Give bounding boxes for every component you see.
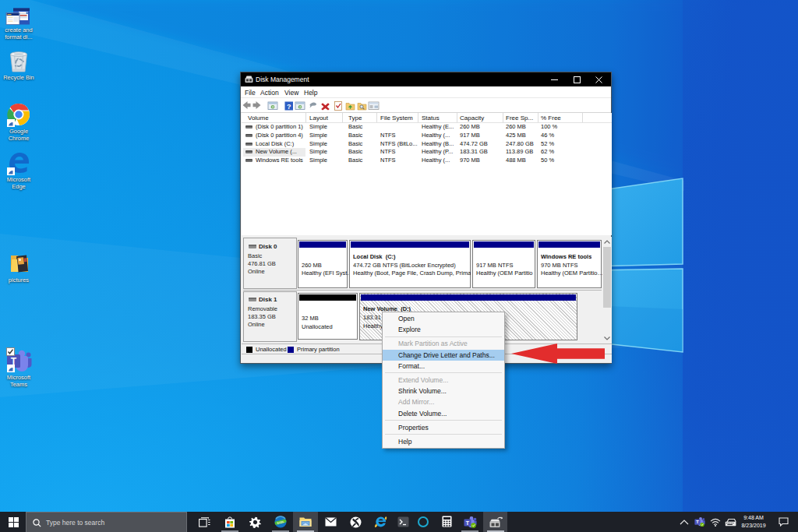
svg-text:T: T (696, 520, 699, 524)
svg-text:?: ? (287, 103, 291, 111)
svg-text:T: T (466, 520, 470, 526)
